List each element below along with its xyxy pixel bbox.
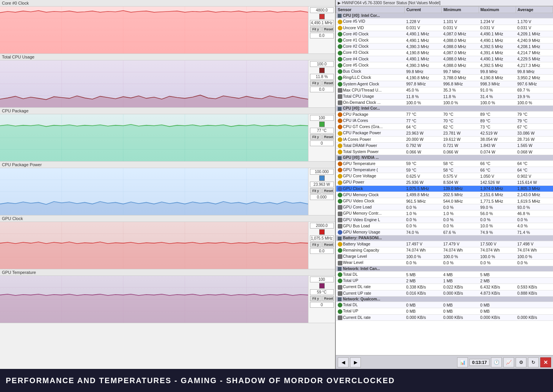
reset-btn-cpu[interactable]: Reset (322, 80, 334, 86)
chart-btns-pkg: Fit y Reset (310, 134, 334, 140)
table-row: CPU Package77 °C70 °C89 °C79 °C (336, 111, 553, 117)
chart-svg-gpu-clk (0, 222, 308, 269)
chart-btns-core0: Fit y Reset (310, 27, 334, 32)
section-header-label-4: Network: Intel Can... (336, 266, 553, 271)
sensor-maximum: 38.054 W (479, 136, 516, 142)
next-btn[interactable]: ▶ (350, 357, 361, 367)
green-icon (338, 309, 342, 314)
chart-max-pkg: 100 (310, 115, 334, 121)
sensor-minimum: 4,087.0 MHz (442, 50, 479, 56)
table-row: Max CPU/Thread U...45.0 %35.3 %91.0 %69.… (336, 87, 553, 93)
reset-btn-gpu-clk[interactable]: Reset (322, 242, 334, 247)
sensor-name-cell: Current DL rate (336, 284, 405, 290)
sensor-minimum: 100.0 % (442, 254, 479, 260)
sensor-name-cell: Core #4 Clock (336, 56, 405, 62)
sensor-current: 0.031 V (405, 25, 442, 31)
close-btn[interactable]: ✕ (540, 357, 551, 367)
sensor-name-cell: GPU Video Engine L (336, 217, 405, 223)
bottom-bar: PERFORMANCE AND TEMPERATURES - GAMING - … (0, 369, 553, 392)
sensor-maximum: 2,151.6 MHz (479, 192, 516, 198)
sensor-minimum: 0.0 % (442, 260, 479, 266)
chart-area-pkg: 100 77 °C Fit y Reset 0 (0, 114, 335, 161)
sensor-maximum: 100.0 % (479, 100, 516, 106)
sensor-table[interactable]: Sensor Current Minimum Maximum Average C… (336, 6, 553, 355)
sensor-minimum: 0.0 % (442, 204, 479, 210)
svg-marker-7 (0, 11, 308, 53)
sensor-minimum: 35.3 % (442, 87, 479, 93)
graph-btn[interactable]: 📊 (457, 357, 468, 367)
sensor-current: 0.338 KB/s (405, 284, 442, 290)
table-row: Uncore VID0.031 V0.031 V0.031 V0.031 V (336, 25, 553, 31)
sensor-average: 100.0 % (516, 100, 553, 106)
sensor-maximum: 73 °C (479, 124, 516, 130)
sensor-minimum: 1.0 % (442, 210, 479, 217)
chart-svg-gpu-temp (0, 276, 308, 323)
sensor-average: 71.4 % (516, 229, 553, 235)
sensor-minimum: 139.0 MHz (442, 185, 479, 192)
yellow-icon (338, 242, 342, 247)
sensor-name-cell: IA Cores Power (336, 136, 405, 142)
table-row: Core #3 Clock4,190.8 MHz4,087.0 MHz4,391… (336, 50, 553, 56)
section-header-2: GPU [#0]: NVIDIA ... (336, 155, 553, 160)
clock-icon-btn[interactable]: 🕐 (491, 357, 502, 367)
sensor-maximum: 66 °C (479, 160, 516, 167)
section-header-label-1: CPU [#0]: Intel Cor... (336, 106, 553, 111)
section-type-icon-0 (338, 14, 342, 18)
sensor-average: 2,143.0 MHz (516, 192, 553, 198)
sensor-current: 77 °C (405, 118, 442, 124)
sensor-name-cell: CPU Package (336, 111, 405, 117)
sensor-average: 3,950.2 MHz (516, 75, 553, 81)
sensor-current: 20.000 W (405, 136, 442, 142)
chart-title-power: CPU Package Power (0, 162, 335, 168)
sensor-minimum: 1.101 V (442, 18, 479, 25)
reset-btn-gpu-temp[interactable]: Reset (322, 296, 334, 301)
sensor-current: 0.016 KB/s (405, 290, 442, 296)
chart-svg-pkg (0, 114, 308, 161)
chart-current-power: 23.963 W (310, 182, 334, 187)
fit-btn-gpu-temp[interactable]: Fit y (310, 296, 322, 301)
section-type-icon-3 (338, 237, 342, 240)
section-header-4: Network: Intel Can... (336, 266, 553, 271)
green-icon (338, 51, 342, 55)
reset-btn-power[interactable]: Reset (322, 188, 334, 193)
sensor-average: 100.0 % (516, 254, 553, 260)
sensor-name-cell: GPU Clock (336, 185, 405, 192)
sensor-current: 4,490.1 MHz (405, 56, 442, 62)
chart-view-btn[interactable]: 📈 (503, 357, 514, 367)
green-icon (338, 44, 342, 49)
sensor-maximum: 4,490.1 MHz (479, 31, 516, 37)
reset-btn-core0[interactable]: Reset (322, 27, 334, 32)
prev-btn[interactable]: ◀ (338, 357, 349, 367)
sensor-current: 77 °C (405, 111, 442, 117)
settings-btn[interactable]: ⚙ (516, 357, 526, 367)
sensor-current: 1.0 % (405, 210, 442, 217)
sensor-current: 100.0 % (405, 254, 442, 260)
green-icon (338, 38, 342, 43)
table-row: IA Cores Power20.000 W19.612 W38.054 W28… (336, 136, 553, 142)
chart-max-power: 100.000 (310, 169, 334, 175)
sensor-current: 0.792 W (405, 142, 442, 148)
fit-btn-power[interactable]: Fit y (310, 188, 322, 193)
sensor-name-cell: Battery Voltage (336, 241, 405, 247)
table-row: GPU Bus Load0.0 %0.0 %10.0 %4.0 % (336, 223, 553, 229)
table-row: Total UP2 MB1 MB2 MB (336, 278, 553, 284)
sensor-average (516, 308, 553, 314)
sensor-average: 4.0 % (516, 223, 553, 229)
fit-btn-pkg[interactable]: Fit y (310, 134, 322, 140)
sensor-maximum: 5 MB (479, 271, 516, 277)
sensor-maximum: 0.031 V (479, 25, 516, 31)
sensor-maximum: 99.8 MHz (479, 68, 516, 75)
green-icon (338, 63, 342, 68)
reset-btn-pkg[interactable]: Reset (322, 134, 334, 140)
sensor-minimum: 4,088.0 MHz (442, 56, 479, 62)
sensor-name-cell: GPU Memory Usage (336, 229, 405, 235)
fit-btn-core0[interactable]: Fit y (310, 27, 322, 32)
refresh-btn[interactable]: ↻ (528, 357, 539, 367)
sensor-name-cell: Current DL rate (336, 314, 405, 320)
chart-title-cpu: Total CPU Usage (0, 54, 335, 60)
sensor-average (516, 278, 553, 284)
fit-btn-gpu-clk[interactable]: Fit y (310, 242, 322, 247)
fit-btn-cpu[interactable]: Fit y (310, 80, 322, 86)
sensor-name-cell: Total UP (336, 278, 405, 284)
chart-controls-gpu-clk: 2000.0 1,075.5 MHz Fit y Reset 0.0 (308, 222, 335, 269)
